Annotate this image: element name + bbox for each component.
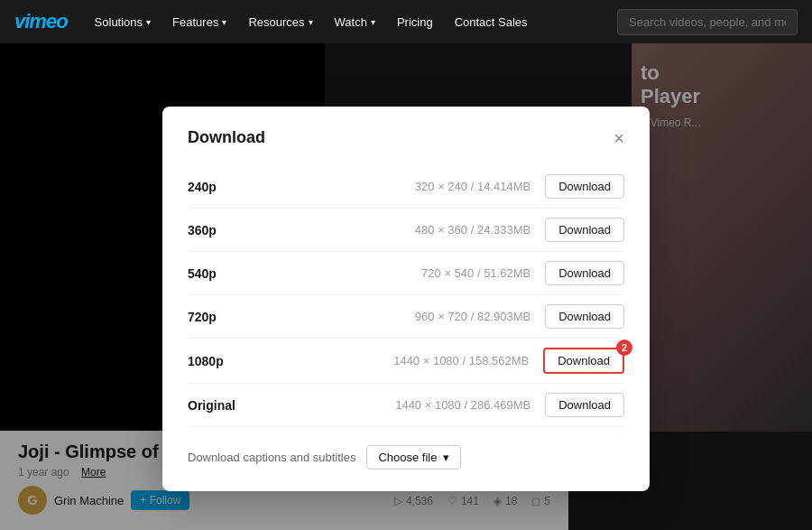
download-modal: Download × 240p 320 × 240 / 14.414MB Dow… (162, 107, 650, 491)
modal-overlay[interactable]: Download × 240p 320 × 240 / 14.414MB Dow… (0, 43, 812, 530)
download-button-540p[interactable]: Download (545, 261, 624, 285)
modal-header: Download × (188, 128, 624, 147)
chevron-down-icon: ▾ (443, 451, 449, 464)
quality-label-360p: 360p (188, 223, 260, 237)
resolution-info-240p: 320 × 240 / 14.414MB (260, 180, 531, 193)
nav-features[interactable]: Features ▾ (163, 10, 235, 34)
download-row-240p: 240p 320 × 240 / 14.414MB Download (188, 165, 624, 209)
quality-label-540p: 540p (188, 266, 260, 281)
modal-title: Download (188, 128, 265, 147)
badge-2: 2 (616, 339, 632, 356)
vimeo-logo: vimeo (14, 10, 68, 33)
chevron-down-icon: ▾ (222, 17, 226, 27)
resolution-info-540p: 720 × 540 / 51.62MB (260, 266, 531, 280)
nav-resources[interactable]: Resources ▾ (239, 10, 321, 34)
download-button-720p[interactable]: Download (545, 304, 624, 329)
download-row-540p: 540p 720 × 540 / 51.62MB Download (188, 252, 624, 295)
download-row-original: Original 1440 × 1080 / 286.469MB Downloa… (188, 384, 624, 427)
nav-pricing[interactable]: Pricing (388, 10, 442, 34)
captions-row: Download captions and subtitles Choose f… (188, 442, 624, 470)
chevron-down-icon: ▾ (309, 17, 313, 27)
chevron-down-icon: ▾ (146, 17, 151, 27)
download-row-720p: 720p 960 × 720 / 82.903MB Download (188, 295, 624, 339)
download-row-360p: 360p 480 × 360 / 24.333MB Download (188, 209, 624, 252)
nav-links: Solutions ▾ Features ▾ Resources ▾ Watch… (86, 10, 617, 34)
resolution-info-1080p: 1440 × 1080 / 158.562MB (260, 354, 529, 367)
main-area: to Player A Vimeo R... Joji - Glimpse of… (0, 43, 812, 530)
nav-watch[interactable]: Watch ▾ (326, 10, 384, 34)
nav-solutions[interactable]: Solutions ▾ (86, 10, 160, 34)
quality-label-240p: 240p (188, 180, 260, 194)
quality-label-original: Original (188, 398, 260, 413)
download-button-240p[interactable]: Download (545, 174, 624, 199)
search-input[interactable] (617, 9, 798, 35)
quality-label-1080p: 1080p (188, 354, 260, 368)
resolution-info-720p: 960 × 720 / 82.903MB (260, 310, 531, 323)
close-button[interactable]: × (614, 129, 624, 147)
nav-contact-sales[interactable]: Contact Sales (446, 10, 537, 34)
choose-file-button[interactable]: Choose file ▾ (366, 445, 460, 470)
download-button-360p[interactable]: Download (545, 218, 624, 242)
resolution-info-original: 1440 × 1080 / 286.469MB (260, 398, 531, 412)
download-button-wrapper-1080p: Download 2 (543, 348, 624, 374)
download-row-1080p: 1080p 1440 × 1080 / 158.562MB Download 2 (188, 339, 624, 384)
download-button-original[interactable]: Download (545, 393, 624, 417)
download-button-1080p[interactable]: Download (543, 348, 624, 374)
chevron-down-icon: ▾ (371, 17, 375, 27)
quality-label-720p: 720p (188, 310, 260, 324)
navbar: vimeo Solutions ▾ Features ▾ Resources ▾… (0, 0, 812, 43)
captions-label: Download captions and subtitles (188, 451, 355, 464)
resolution-info-360p: 480 × 360 / 24.333MB (260, 223, 531, 237)
